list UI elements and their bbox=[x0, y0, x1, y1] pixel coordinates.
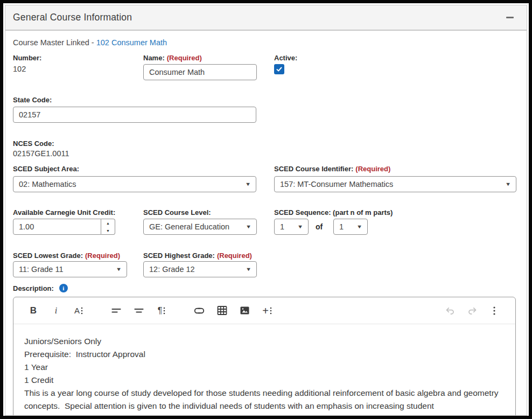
sced-highest-grade-select[interactable]: 12: Grade 12 ▼ bbox=[143, 261, 257, 277]
name-input[interactable] bbox=[143, 64, 257, 80]
stepper-buttons: ▲ ▼ bbox=[101, 219, 115, 235]
sequence-of-label: of bbox=[316, 222, 323, 231]
chevron-down-icon: ▼ bbox=[246, 224, 251, 229]
sced-highest-grade-label: SCED Highest Grade:(Required) bbox=[143, 252, 252, 260]
paragraph-icon[interactable]: ¶ bbox=[153, 303, 170, 319]
description-line: 1 Year bbox=[24, 361, 505, 374]
undo-icon[interactable] bbox=[442, 303, 458, 319]
text-style-icon[interactable]: A bbox=[71, 303, 87, 319]
sced-course-identifier-select[interactable]: 157: MT-Consumer Mathematics ▼ bbox=[274, 176, 516, 192]
state-code-label: State Code: bbox=[13, 96, 52, 104]
italic-icon[interactable]: i bbox=[48, 303, 64, 319]
description-label-row: Description: i bbox=[13, 284, 68, 292]
course-master-link[interactable]: 102 Consumer Math bbox=[96, 38, 167, 47]
description-line: Juniors/Seniors Only bbox=[24, 335, 505, 348]
stepper-up-button[interactable]: ▲ bbox=[101, 219, 115, 227]
table-icon[interactable] bbox=[214, 303, 230, 319]
redo-icon[interactable] bbox=[464, 303, 480, 319]
sced-course-identifier-label: SCED Course Identifier:(Required) bbox=[274, 165, 390, 173]
checkmark-icon bbox=[276, 66, 283, 73]
align-center-icon[interactable] bbox=[131, 303, 147, 319]
carnegie-credit-input[interactable] bbox=[13, 219, 101, 235]
sced-course-level-select[interactable]: GE: General Education ▼ bbox=[143, 219, 257, 235]
screenshot-frame: General Course Information Course Master… bbox=[0, 0, 532, 419]
chevron-down-icon: ▼ bbox=[297, 224, 303, 229]
chevron-down-icon: ▼ bbox=[246, 267, 251, 272]
general-course-info-panel: General Course Information Course Master… bbox=[5, 5, 527, 416]
sced-lowest-grade-required-flag: (Required) bbox=[85, 252, 120, 260]
align-left-icon[interactable] bbox=[108, 303, 124, 319]
sced-lowest-grade-label: SCED Lowest Grade:(Required) bbox=[13, 252, 120, 260]
chevron-down-icon: ▼ bbox=[116, 267, 122, 272]
sced-lowest-grade-select[interactable]: 11: Grade 11 ▼ bbox=[13, 261, 127, 277]
stepper-down-button[interactable]: ▼ bbox=[101, 227, 115, 234]
description-line: Prerequisite: Instructor Approval bbox=[24, 348, 505, 361]
chevron-down-icon: ▼ bbox=[245, 181, 251, 187]
sced-subject-area-select[interactable]: 02: Mathematics ▼ bbox=[13, 176, 256, 192]
panel-header: General Course Information bbox=[5, 5, 527, 31]
collapse-panel-button[interactable] bbox=[504, 12, 516, 24]
carnegie-credit-stepper: ▲ ▼ bbox=[13, 219, 115, 235]
active-checkbox[interactable] bbox=[274, 64, 284, 74]
state-code-input[interactable] bbox=[13, 107, 256, 123]
chevron-down-icon: ▼ bbox=[356, 224, 362, 229]
number-label: Number: bbox=[13, 54, 41, 62]
nces-code-label: NCES Code: bbox=[13, 139, 54, 148]
sced-sequence-part-select[interactable]: 1 ▼ bbox=[274, 219, 309, 235]
number-value: 102 bbox=[13, 65, 26, 73]
course-master-label: Course Master Linked - bbox=[13, 38, 94, 47]
description-line: 1 Credit bbox=[24, 374, 505, 387]
link-icon[interactable] bbox=[191, 303, 207, 319]
image-icon[interactable] bbox=[236, 303, 253, 319]
minus-icon bbox=[506, 17, 514, 18]
sced-highest-grade-required-flag: (Required) bbox=[217, 252, 252, 260]
nces-code-value: 02157GE1.0011 bbox=[13, 149, 69, 158]
sced-sequence-label: SCED Sequence: (part n of m parts) bbox=[274, 208, 393, 217]
sced-course-level-label: SCED Course Level: bbox=[143, 208, 211, 217]
description-label: Description: bbox=[13, 284, 54, 292]
editor-toolbar: B i A ¶ bbox=[13, 297, 515, 324]
chevron-down-icon: ▼ bbox=[505, 181, 511, 187]
sced-sequence-total-select[interactable]: 1 ▼ bbox=[333, 219, 368, 235]
toolbar-right-group bbox=[442, 303, 502, 319]
course-master-linked-line: Course Master Linked -102 Consumer Math bbox=[13, 38, 167, 47]
description-text-area[interactable]: Juniors/Seniors Only Prerequisite: Instr… bbox=[13, 324, 515, 413]
sced-subject-area-label: SCED Subject Area: bbox=[13, 165, 79, 173]
more-vertical-icon[interactable] bbox=[486, 303, 502, 319]
name-label: Name:(Required) bbox=[143, 54, 202, 62]
insert-icon[interactable]: + bbox=[259, 303, 275, 319]
sced-sequence-hint: (part n of m parts) bbox=[333, 208, 393, 217]
sced-course-identifier-required-flag: (Required) bbox=[355, 165, 390, 173]
bold-icon[interactable]: B bbox=[25, 303, 41, 319]
info-icon[interactable]: i bbox=[59, 284, 68, 292]
active-label: Active: bbox=[274, 54, 297, 62]
name-required-flag: (Required) bbox=[167, 54, 202, 62]
page-title: General Course Information bbox=[13, 12, 132, 23]
carnegie-credit-label: Available Carnegie Unit Credit: bbox=[13, 208, 115, 217]
description-editor: B i A ¶ bbox=[13, 297, 516, 416]
description-line: This is a year long course of study deve… bbox=[24, 387, 505, 413]
